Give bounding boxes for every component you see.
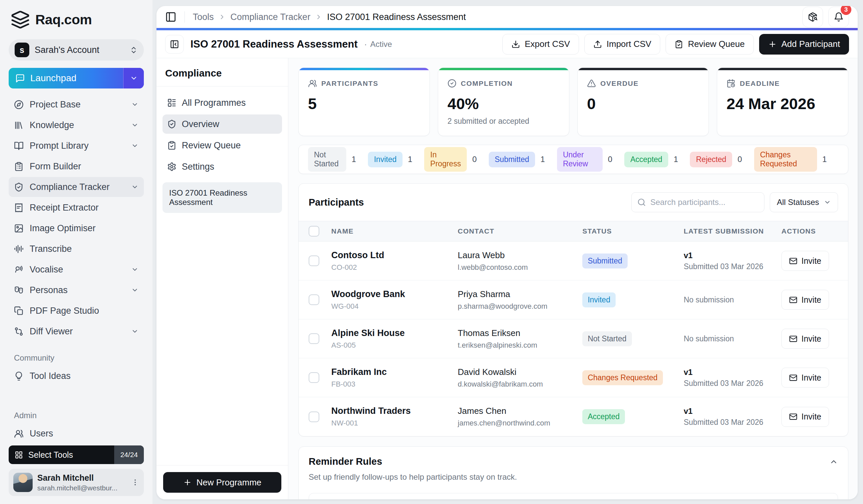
export-csv-label: Export CSV <box>525 39 570 49</box>
launchpad-button[interactable]: Launchpad <box>9 68 144 89</box>
status-pill[interactable]: Invited <box>368 152 402 167</box>
clipboard-check-icon <box>675 40 683 49</box>
status-count: 1 <box>540 155 545 164</box>
sidebar-item-transcribe[interactable]: Transcribe <box>9 239 144 259</box>
status-badge-label: Changes Requested <box>588 373 658 382</box>
row-checkbox[interactable] <box>309 294 319 305</box>
package-search-button[interactable] <box>802 7 823 27</box>
status-group-not-started: Not Started 1 <box>308 147 356 172</box>
programme-item-iso-27001[interactable]: ISO 27001 Readiness Assessment <box>162 182 282 213</box>
submission-note: Submitted 03 Mar 2026 <box>684 379 773 388</box>
stats-row: PARTICIPANTS 5 COMPLETION 40% 2 <box>298 67 848 136</box>
package-search-icon <box>808 12 818 22</box>
invite-button[interactable]: Invite <box>781 251 829 271</box>
sidebar-item-prompt-library[interactable]: Prompt Library <box>9 136 144 156</box>
status-filter-dropdown[interactable]: All Statuses <box>770 192 838 212</box>
more-vertical-icon[interactable] <box>131 478 139 486</box>
subnav-item-settings[interactable]: Settings <box>162 157 282 176</box>
status-pill[interactable]: Submitted <box>489 152 535 167</box>
status-cell: Not Started <box>582 331 676 346</box>
sidebar-item-pdf-page-studio[interactable]: PDF Page Studio <box>9 301 144 321</box>
contact-email: l.webb@contoso.com <box>458 263 574 272</box>
import-csv-button[interactable]: Import CSV <box>584 34 660 54</box>
submission-note: No submission <box>684 334 773 343</box>
breadcrumb-tools[interactable]: Tools <box>193 12 214 22</box>
notifications-button[interactable]: 3 <box>828 7 849 27</box>
launchpad-expand[interactable] <box>123 68 144 89</box>
sidebar-item-personas[interactable]: Personas <box>9 280 144 300</box>
search-input[interactable] <box>631 192 764 212</box>
breadcrumb: Tools Compliance Tracker ISO 27001 Readi… <box>193 12 466 22</box>
export-csv-button[interactable]: Export CSV <box>502 34 579 54</box>
status-badge-label: Invited <box>588 295 610 305</box>
status-pill[interactable]: Not Started <box>308 147 346 172</box>
profile-name: Sarah Mitchell <box>37 473 117 483</box>
profile-email: sarah.mitchell@westbur... <box>37 484 117 492</box>
participant-name: Contoso Ltd <box>331 250 450 260</box>
status-pill[interactable]: Rejected <box>690 152 732 167</box>
invite-label: Invite <box>801 295 821 305</box>
table-row: Alpine Ski House AS-005 Thomas Eriksen t… <box>299 319 848 358</box>
collapse-subnav-button[interactable] <box>165 35 184 54</box>
select-tools-button[interactable]: Select Tools 24/24 <box>9 445 144 464</box>
sidebar-item-knowledge[interactable]: Knowledge <box>9 115 144 135</box>
sidebar-item-project-base[interactable]: Project Base <box>9 94 144 114</box>
invite-button[interactable]: Invite <box>781 290 829 310</box>
stat-accent <box>717 68 848 70</box>
invite-label: Invite <box>801 256 821 266</box>
sidebar-item-compliance-tracker[interactable]: Compliance Tracker <box>9 177 144 197</box>
new-programme-button[interactable]: New Programme <box>163 472 282 493</box>
status-group-rejected: Rejected 0 <box>690 152 742 167</box>
sidebar-item-vocalise[interactable]: Vocalise <box>9 259 144 280</box>
invite-button[interactable]: Invite <box>781 367 829 388</box>
status-pill[interactable]: Accepted <box>624 152 668 167</box>
sidebar-item-image-optimiser[interactable]: Image Optimiser <box>9 218 144 238</box>
row-checkbox[interactable] <box>309 256 319 266</box>
row-checkbox[interactable] <box>309 412 319 422</box>
contact-name: James Chen <box>458 406 574 416</box>
chevron-up-icon[interactable] <box>829 457 838 466</box>
participant-name: Alpine Ski House <box>331 328 450 338</box>
mail-icon <box>789 257 797 265</box>
account-switcher[interactable]: s Sarah's Account <box>9 39 144 61</box>
sidebar-item-label: Image Optimiser <box>30 223 96 234</box>
subnav-item-review-queue[interactable]: Review Queue <box>162 136 282 155</box>
subnav-item-overview[interactable]: Overview <box>162 114 282 134</box>
topbar: Tools Compliance Tracker ISO 27001 Readi… <box>157 6 858 28</box>
panel-left-close-icon <box>170 40 179 49</box>
sidebar-item-diff-viewer[interactable]: Diff Viewer <box>9 321 144 341</box>
name-cell: Woodgrove Bank WG-004 <box>331 289 450 311</box>
stat-card-overdue: OVERDUE 0 <box>577 67 709 136</box>
participants-card: Participants All Statuses N <box>298 183 848 437</box>
invite-button[interactable]: Invite <box>781 329 829 349</box>
launchpad-main[interactable]: Launchpad <box>9 68 123 89</box>
receipt-icon <box>14 203 24 212</box>
sidebar-item-users[interactable]: Users <box>9 424 144 443</box>
panel-left-icon[interactable] <box>165 11 176 23</box>
status-pill[interactable]: In Progress <box>424 147 467 172</box>
row-checkbox[interactable] <box>309 372 319 383</box>
sidebar-item-form-builder[interactable]: Form Builder <box>9 156 144 176</box>
review-queue-button[interactable]: Review Queue <box>665 34 754 54</box>
status-pill[interactable]: Under Review <box>557 147 603 172</box>
lightbulb-icon <box>14 371 24 381</box>
select-all-checkbox[interactable] <box>309 226 319 236</box>
user-profile-card[interactable]: Sarah Mitchell sarah.mitchell@westbur... <box>9 469 144 496</box>
sidebar-item-receipt-extractor[interactable]: Receipt Extractor <box>9 198 144 218</box>
row-checkbox[interactable] <box>309 333 319 344</box>
status-pill[interactable]: Changes Requested <box>754 147 817 172</box>
subnav-item-all-programmes[interactable]: All Programmes <box>162 93 282 113</box>
table-row: Woodgrove Bank WG-004 Priya Sharma p.sha… <box>299 281 848 319</box>
invite-button[interactable]: Invite <box>781 407 829 427</box>
subnav-item-label: Settings <box>182 162 214 172</box>
chevrons-up-down-icon <box>129 46 138 54</box>
status-count: 1 <box>822 155 827 164</box>
add-participant-button[interactable]: Add Participant <box>759 34 849 54</box>
status-badge: Accepted <box>582 409 625 424</box>
status-group-submitted: Submitted 1 <box>489 152 545 167</box>
sidebar-item-tool-ideas[interactable]: Tool Ideas <box>9 366 144 386</box>
brand-logo: Raq.com <box>9 10 144 29</box>
page-actions: Export CSV Import CSV Review Queue Add P… <box>502 34 849 54</box>
breadcrumb-compliance-tracker[interactable]: Compliance Tracker <box>230 12 310 22</box>
grid-icon <box>15 451 23 459</box>
